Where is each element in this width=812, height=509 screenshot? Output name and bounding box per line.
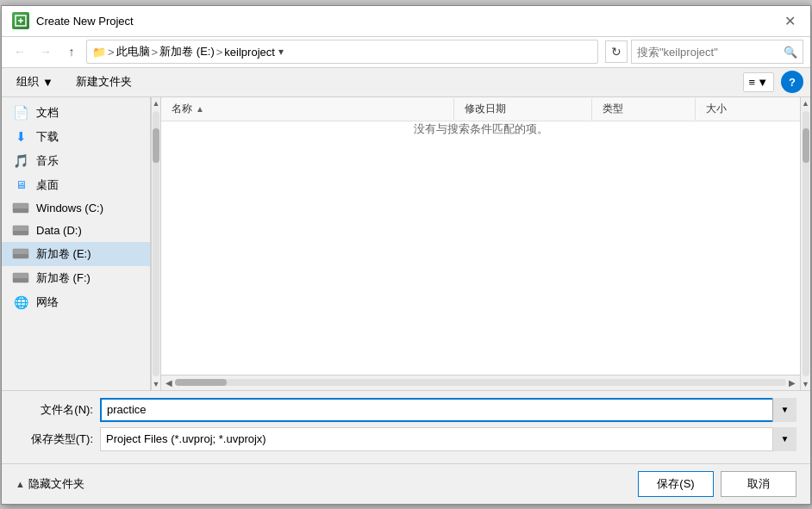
column-type[interactable]: 类型 (592, 98, 696, 120)
column-size[interactable]: 大小 (696, 98, 800, 120)
sidebar-item-docs[interactable]: 📄 文档 (2, 101, 150, 125)
hide-folder-button[interactable]: ▲ 隐藏文件夹 (16, 476, 84, 492)
filetype-label: 保存类型(T): (16, 431, 93, 447)
downloads-icon: ⬇ (12, 130, 29, 144)
sidebar-scrollbar: ▲ ▼ (151, 97, 160, 390)
file-scroll-up[interactable]: ▲ (802, 97, 809, 109)
path-segment-folder: keilproject (224, 46, 275, 59)
up-button[interactable]: ↑ (60, 40, 83, 63)
column-size-label: 大小 (706, 102, 727, 115)
path-sep-2: > (152, 46, 159, 59)
new-folder-button[interactable]: 新建文件夹 (68, 71, 140, 93)
close-button[interactable]: ✕ (779, 10, 800, 31)
column-date[interactable]: 修改日期 (454, 98, 592, 120)
svg-rect-6 (13, 231, 28, 235)
cancel-label: 取消 (747, 476, 770, 492)
file-scroll-thumb[interactable] (803, 128, 809, 163)
sidebar-item-downloads[interactable]: ⬇ 下载 (2, 125, 150, 149)
h-scroll-thumb[interactable] (175, 379, 227, 386)
file-empty-message: 没有与搜索条件匹配的项。 (161, 121, 800, 137)
sidebar-scroll-thumb[interactable] (153, 128, 159, 163)
sidebar-item-desktop[interactable]: 🖥 桌面 (2, 173, 150, 197)
sort-indicator: ▲ (196, 104, 204, 114)
sidebar-item-drive-d[interactable]: Data (D:) (2, 220, 150, 242)
search-box: 🔍 (631, 40, 803, 64)
column-name[interactable]: 名称 ▲ (161, 98, 454, 120)
help-button[interactable]: ? (781, 71, 803, 93)
h-scroll-left[interactable]: ◀ (163, 378, 175, 388)
sidebar-label-music: 音乐 (36, 153, 59, 169)
organize-arrow-icon: ▼ (42, 76, 53, 89)
action-area: ▲ 隐藏文件夹 保存(S) 取消 (2, 463, 810, 504)
sidebar-label-desktop: 桌面 (36, 177, 59, 193)
sidebar-label-drive-f: 新加卷 (F:) (36, 270, 91, 286)
sidebar-label-drive-d: Data (D:) (36, 224, 82, 237)
search-icon: 🔍 (784, 46, 797, 59)
h-scroll-right[interactable]: ▶ (786, 378, 798, 388)
column-name-label: 名称 (172, 102, 192, 116)
organize-button[interactable]: 组织 ▼ (9, 71, 61, 93)
nav-bar: ← → ↑ 📁 > 此电脑 > 新加卷 (E:) > keilproject ▾… (2, 37, 810, 68)
computer-folder-icon: 📁 (92, 46, 106, 59)
filetype-row: 保存类型(T): Project Files (*.uvproj; *.uvpr… (16, 427, 796, 451)
file-header: 名称 ▲ 修改日期 类型 大小 (161, 97, 800, 121)
sidebar-item-drive-c[interactable]: Windows (C:) (2, 197, 150, 220)
column-type-label: 类型 (603, 102, 623, 115)
file-v-scrollbar: ▲ ▼ (800, 97, 810, 390)
sidebar-label-drive-e: 新加卷 (E:) (36, 246, 91, 262)
cancel-button[interactable]: 取消 (721, 471, 796, 497)
save-button[interactable]: 保存(S) (638, 471, 714, 497)
path-dropdown-button[interactable]: ▾ (278, 46, 284, 58)
title-bar-left: Create New Project (12, 12, 134, 29)
file-scroll-area: 没有与搜索条件匹配的项。 (161, 121, 800, 375)
toolbar: 组织 ▼ 新建文件夹 ≡ ▼ ? (2, 68, 810, 97)
svg-rect-8 (13, 254, 28, 258)
h-scrollbar: ◀ ▶ (161, 375, 800, 390)
column-date-label: 修改日期 (465, 102, 506, 115)
sidebar-label-docs: 文档 (36, 105, 59, 121)
bottom-form-area: 文件名(N): ▼ 保存类型(T): Project Files (*.uvpr… (2, 390, 810, 463)
sidebar-item-drive-e[interactable]: 新加卷 (E:) (2, 242, 150, 266)
view-arrow-icon: ▼ (757, 76, 768, 89)
path-segment-drive: 新加卷 (E:) (159, 44, 215, 59)
empty-message-text: 没有与搜索条件匹配的项。 (414, 121, 548, 137)
sidebar-scroll-up[interactable]: ▲ (152, 97, 159, 109)
docs-icon: 📄 (12, 106, 29, 120)
sidebar-label-drive-c: Windows (C:) (36, 202, 103, 214)
sidebar-label-network: 网络 (36, 295, 59, 310)
app-icon (12, 12, 29, 29)
filename-dropdown-arrow[interactable]: ▼ (772, 398, 796, 422)
filename-input[interactable] (100, 398, 796, 422)
file-area: 名称 ▲ 修改日期 类型 大小 没有与搜索条件匹配的项。 (161, 97, 800, 390)
action-buttons: 保存(S) 取消 (638, 471, 796, 497)
svg-rect-4 (13, 208, 28, 213)
view-button[interactable]: ≡ ▼ (743, 72, 774, 92)
main-area: 📄 文档 ⬇ 下载 🎵 音乐 (2, 97, 810, 390)
back-button[interactable]: ← (9, 40, 31, 63)
filename-row: 文件名(N): ▼ (16, 398, 796, 422)
create-new-project-dialog: Create New Project ✕ ← → ↑ 📁 > 此电脑 > 新加卷… (1, 5, 811, 505)
path-bar[interactable]: 📁 > 此电脑 > 新加卷 (E:) > keilproject ▾ (86, 40, 598, 64)
sidebar-item-drive-f[interactable]: 新加卷 (F:) (2, 266, 150, 290)
network-icon: 🌐 (12, 295, 29, 309)
filename-input-wrapper: ▼ (100, 398, 796, 422)
drive-f-icon (12, 271, 29, 285)
file-scroll-track (803, 111, 809, 376)
file-scroll-down[interactable]: ▼ (802, 378, 809, 390)
sidebar-scroll-down[interactable]: ▼ (152, 378, 159, 390)
sidebar-item-network[interactable]: 🌐 网络 (2, 290, 150, 314)
title-bar: Create New Project ✕ (2, 6, 810, 37)
path-sep-3: > (216, 46, 223, 59)
save-label: 保存(S) (657, 476, 694, 492)
hide-folder-label: 隐藏文件夹 (28, 476, 84, 492)
sidebar-label-downloads: 下载 (36, 129, 59, 145)
desktop-icon: 🖥 (12, 178, 29, 192)
drive-e-icon (12, 247, 29, 261)
music-icon: 🎵 (12, 154, 29, 168)
forward-button[interactable]: → (34, 40, 57, 63)
refresh-button[interactable]: ↻ (605, 40, 628, 63)
sidebar-container: 📄 文档 ⬇ 下载 🎵 音乐 (2, 97, 161, 390)
sidebar-item-music[interactable]: 🎵 音乐 (2, 149, 150, 173)
search-input[interactable] (637, 46, 784, 59)
filetype-select[interactable]: Project Files (*.uvproj; *.uvprojx) (100, 427, 796, 451)
